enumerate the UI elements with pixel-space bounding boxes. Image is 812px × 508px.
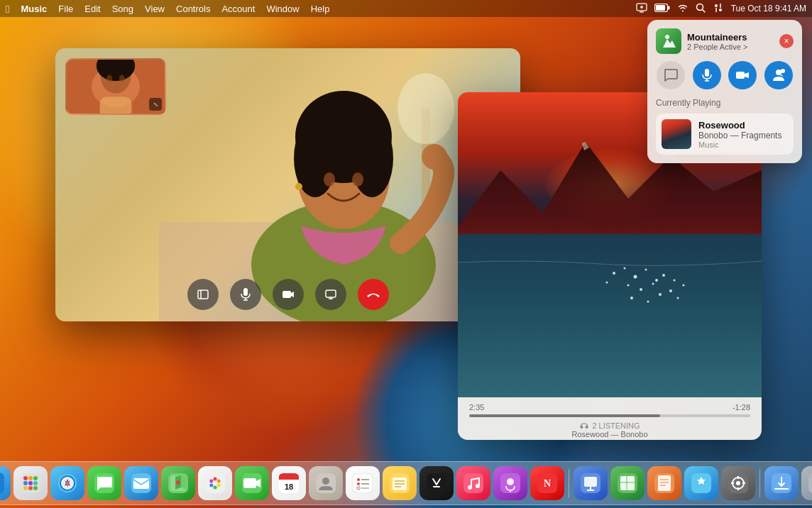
svg-point-44 [613, 272, 615, 275]
dock-item-appstore[interactable] [684, 466, 718, 500]
dock-separator-2 [759, 469, 760, 497]
sidebar-toggle-button[interactable] [187, 279, 219, 310]
toggle-camera-button[interactable] [273, 279, 304, 310]
dock-item-news[interactable]: N [530, 466, 564, 500]
shareplay-button[interactable] [764, 61, 793, 89]
svg-point-87 [28, 481, 33, 485]
svg-rect-5 [656, 5, 665, 11]
svg-point-33 [119, 74, 125, 82]
svg-rect-120 [353, 473, 373, 493]
progress-fill [469, 414, 660, 417]
control-center-icon[interactable] [713, 3, 724, 15]
dock-item-photos[interactable] [198, 466, 232, 500]
svg-rect-116 [279, 477, 299, 480]
svg-point-56 [683, 285, 685, 287]
facetime-controls [187, 279, 389, 310]
dock-item-music[interactable] [456, 466, 490, 500]
menubar-file[interactable]: File [58, 4, 73, 14]
dock-item-trash[interactable] [801, 466, 812, 500]
dock-item-podcasts[interactable] [493, 466, 527, 500]
menubar-account[interactable]: Account [221, 4, 255, 14]
svg-line-8 [702, 9, 705, 12]
close-notification-button[interactable]: × [779, 34, 794, 48]
dock-item-maps[interactable] [161, 466, 195, 500]
message-button[interactable] [657, 61, 685, 89]
dock-item-notes[interactable] [383, 466, 417, 500]
mute-mic-button[interactable] [230, 279, 261, 310]
dock-item-facetime[interactable] [235, 466, 269, 500]
menubar-controls[interactable]: Controls [176, 4, 210, 14]
desktop:  Music File Edit Song View Controls Acc… [0, 0, 812, 508]
svg-rect-99 [133, 478, 149, 489]
svg-point-104 [176, 480, 180, 485]
screen-share-icon[interactable] [636, 3, 647, 15]
search-icon[interactable] [696, 3, 706, 15]
svg-rect-133 [433, 486, 440, 487]
dock-item-safari[interactable] [50, 466, 84, 500]
pip-expand-icon[interactable]: ⤡ [149, 98, 162, 111]
svg-point-138 [507, 478, 514, 485]
now-playing-title: Rosewood — Bonobo [469, 430, 750, 438]
dock-item-pages[interactable] [647, 466, 681, 500]
svg-point-10 [719, 9, 722, 11]
end-call-button[interactable] [358, 279, 389, 310]
svg-rect-151 [658, 475, 671, 491]
dock-item-contacts[interactable] [309, 466, 343, 500]
menubar-datetime[interactable]: Tue Oct 18 9:41 AM [731, 4, 806, 13]
menubar-edit[interactable]: Edit [84, 4, 100, 14]
svg-rect-132 [427, 473, 446, 493]
track-source: Music [698, 140, 781, 149]
dock-item-downloads[interactable] [764, 466, 799, 500]
svg-point-83 [23, 476, 28, 480]
svg-point-69 [586, 426, 588, 429]
dock-item-finder[interactable] [0, 466, 11, 500]
svg-rect-71 [705, 69, 709, 77]
svg-rect-31 [100, 97, 132, 115]
dock-item-keynote[interactable] [574, 466, 608, 500]
pip-thumbnail[interactable]: ⤡ [65, 58, 166, 115]
track-title: Rosewood [698, 120, 781, 131]
time-elapsed: 2:35 [469, 403, 484, 412]
svg-point-76 [781, 69, 785, 73]
notification-panel: Mountaineers 2 People Active > × [647, 20, 802, 163]
menubar-view[interactable]: View [145, 4, 165, 14]
svg-point-60 [677, 297, 679, 299]
screen-share-button[interactable] [315, 279, 346, 310]
svg-text:18: 18 [285, 482, 293, 491]
dock-item-reminders[interactable] [346, 466, 380, 500]
video-call-button[interactable] [728, 61, 757, 89]
dock-item-calendar[interactable]: 18 [272, 466, 306, 500]
svg-point-52 [662, 274, 665, 277]
facetime-window: ⤡ [55, 48, 520, 321]
dock-item-mail[interactable] [124, 466, 158, 500]
currently-playing-label: Currently Playing [656, 98, 794, 108]
currently-playing-track[interactable]: Rosewood Bonobo — Fragments Music [656, 114, 794, 155]
dock-item-launchpad[interactable] [13, 466, 48, 500]
svg-point-16 [397, 73, 454, 144]
menubar-window[interactable]: Window [266, 4, 299, 14]
progress-bar[interactable] [469, 414, 750, 417]
dock-item-numbers[interactable] [610, 466, 644, 500]
svg-text:N: N [544, 478, 551, 489]
svg-point-89 [23, 486, 28, 490]
wifi-icon [677, 3, 688, 15]
menubar-song[interactable]: Song [112, 4, 133, 14]
menubar-app-name[interactable]: Music [21, 4, 47, 14]
dock-item-system-preferences[interactable] [721, 466, 755, 500]
svg-point-123 [357, 482, 360, 485]
svg-point-136 [476, 484, 480, 488]
menubar-help[interactable]: Help [311, 4, 330, 14]
track-album-art [662, 119, 691, 149]
audio-call-button[interactable] [693, 61, 721, 89]
svg-rect-40 [326, 290, 336, 297]
svg-point-70 [665, 35, 669, 39]
group-subtitle[interactable]: 2 People Active > [687, 43, 779, 51]
svg-rect-34 [198, 290, 208, 299]
svg-point-86 [23, 481, 28, 485]
dock-item-appletv[interactable] [419, 466, 454, 500]
svg-rect-39 [282, 291, 291, 298]
apple-menu[interactable]:  [6, 3, 9, 15]
svg-point-121 [357, 478, 360, 481]
dock-item-messages[interactable] [87, 466, 121, 500]
menubar:  Music File Edit Song View Controls Acc… [0, 0, 812, 17]
